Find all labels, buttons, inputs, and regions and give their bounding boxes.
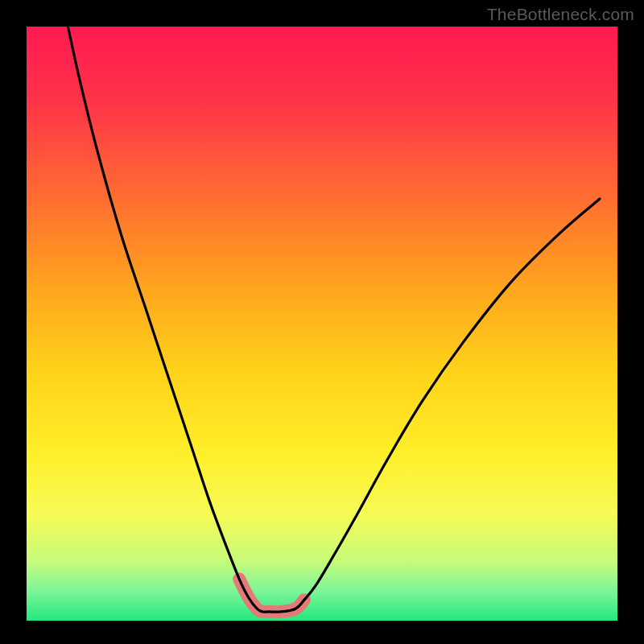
bottleneck-chart-svg — [0, 0, 644, 644]
watermark-text: TheBottleneck.com — [487, 5, 634, 24]
chart-frame: TheBottleneck.com — [0, 0, 644, 644]
plot-background — [27, 27, 617, 621]
